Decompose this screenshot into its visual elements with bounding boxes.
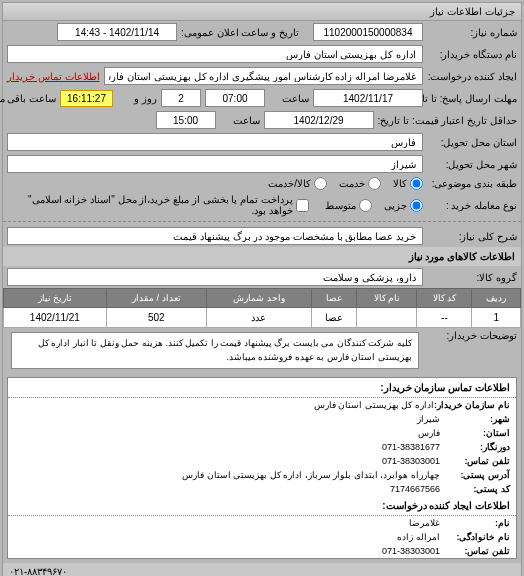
phone-label: تلفن تماس: (440, 456, 510, 466)
category-both-radio[interactable]: کالا/خدمت (268, 177, 327, 190)
goods-group-input[interactable] (7, 268, 423, 286)
th-row: ردیف (472, 289, 521, 308)
state-label: استان: (440, 428, 510, 438)
goods-info-title: اطلاعات کالاهای مورد نیاز (3, 247, 521, 266)
device-name-input[interactable] (7, 45, 423, 63)
announce-label: تاریخ و ساعت اعلان عمومی: (181, 27, 299, 38)
lastname-value: امراله زاده (397, 532, 440, 542)
td-code: -- (417, 308, 472, 328)
td-unit: عدد (206, 308, 311, 328)
purchase-type-radio-group: جزیی متوسط (325, 199, 423, 212)
delivery-state-label: استان محل تحویل: (427, 137, 517, 148)
org-value: اداره کل بهزیستی استان فارس (314, 400, 434, 410)
td-row: 1 (472, 308, 521, 328)
category-label: طبقه بندی موضوعی: (427, 178, 517, 189)
deadline-date-input[interactable] (313, 89, 423, 107)
days-remain-input[interactable] (161, 89, 201, 107)
address-label: آدرس پستی: (440, 470, 510, 480)
td-date: 1402/11/21 (4, 308, 107, 328)
name-value: غلامرضا (409, 518, 440, 528)
table-header-row: ردیف کد کالا نام کالا عصا واحد شمارش تعد… (4, 289, 521, 308)
panel-title: جزئیات اطلاعات نیاز (3, 3, 521, 21)
fax-value: 071-38381677 (382, 442, 440, 452)
deadline-time-input[interactable] (205, 89, 265, 107)
goods-table: ردیف کد کالا نام کالا عصا واحد شمارش تعد… (3, 288, 521, 328)
days-label: روز و (117, 93, 157, 104)
category-radio-group: کالا خدمت کالا/خدمت (268, 177, 423, 190)
delivery-state-input[interactable] (7, 133, 423, 151)
td-name (357, 308, 417, 328)
delivery-city-input[interactable] (7, 155, 423, 173)
validity-time-input[interactable] (156, 111, 216, 129)
request-number-label: شماره نیاز: (427, 27, 517, 38)
td-item: عصا (312, 308, 357, 328)
category-goods-radio[interactable]: کالا (393, 177, 423, 190)
th-name: نام کالا (357, 289, 417, 308)
contact-title: اطلاعات تماس سازمان خریدار: (8, 378, 516, 398)
requester-input[interactable] (104, 67, 423, 85)
contact-section: اطلاعات تماس سازمان خریدار: نام سازمان خ… (7, 377, 517, 559)
buyer-desc-label: توضیحات خریدار: (427, 330, 517, 341)
postal-value: 7174667566 (390, 484, 440, 494)
type-small-radio[interactable]: جزیی (384, 199, 423, 212)
request-number-input[interactable] (313, 23, 423, 41)
payment-note-checkbox[interactable]: پرداخت تمام یا بخشی از مبلغ خرید،از محل … (7, 194, 309, 216)
state-value: فارس (418, 428, 440, 438)
th-date: تاریخ نیاز (4, 289, 107, 308)
remain-label: ساعت باقی مانده (0, 93, 56, 104)
general-desc-label: شرح کلی نیاز: (427, 231, 517, 242)
validity-date-input[interactable] (264, 111, 374, 129)
creator-phone-value: 071-38303001 (382, 546, 440, 556)
deadline-label: مهلت ارسال پاسخ: تا تاریخ: (427, 93, 517, 104)
fax-label: دورنگار: (440, 442, 510, 452)
validity-label: حداقل تاریخ اعتبار قیمت: تا تاریخ: (378, 115, 517, 126)
creator-title: اطلاعات ایجاد کننده درخواست: (8, 496, 516, 516)
countdown-timer: 16:11:27 (60, 90, 113, 107)
td-qty: 502 (106, 308, 206, 328)
purchase-type-label: نوع معامله خرید : (427, 200, 517, 211)
type-medium-radio[interactable]: متوسط (325, 199, 372, 212)
city-value: شیراز (417, 414, 440, 424)
deadline-time-label: ساعت (269, 93, 309, 104)
delivery-city-label: شهر محل تحویل: (427, 159, 517, 170)
postal-label: کد پستی: (440, 484, 510, 494)
th-unit: واحد شمارش (206, 289, 311, 308)
device-name-label: نام دستگاه خریدار: (427, 49, 517, 60)
table-row[interactable]: 1 -- عصا عدد 502 1402/11/21 (4, 308, 521, 328)
footer-phone: ۰۲۱-۸۸۳۴۹۶۷۰ (3, 563, 521, 576)
th-code: کد کالا (417, 289, 472, 308)
buyer-desc-box: کلیه شرکت کنندگان می بایست برگ پیشنهاد ق… (11, 332, 419, 369)
lastname-label: نام خانوادگی: (440, 532, 510, 542)
contact-buyer-link[interactable]: اطلاعات تماس خریدار (7, 71, 100, 82)
goods-group-label: گروه کالا: (427, 272, 517, 283)
creator-phone-label: تلفن تماس: (440, 546, 510, 556)
announce-input[interactable] (57, 23, 177, 41)
phone-value: 071-38303001 (382, 456, 440, 466)
th-item: عصا (312, 289, 357, 308)
org-label: نام سازمان خریدار: (434, 400, 510, 410)
general-desc-input[interactable] (7, 227, 423, 245)
address-value: چهارراه هوابرد، ابتدای بلوار سرباز، ادار… (182, 470, 440, 480)
name-label: نام: (440, 518, 510, 528)
requester-label: ایجاد کننده درخواست: (427, 71, 517, 82)
city-label: شهر: (440, 414, 510, 424)
category-service-radio[interactable]: خدمت (339, 177, 381, 190)
th-qty: تعداد / مقدار (106, 289, 206, 308)
validity-time-label: ساعت (220, 115, 260, 126)
